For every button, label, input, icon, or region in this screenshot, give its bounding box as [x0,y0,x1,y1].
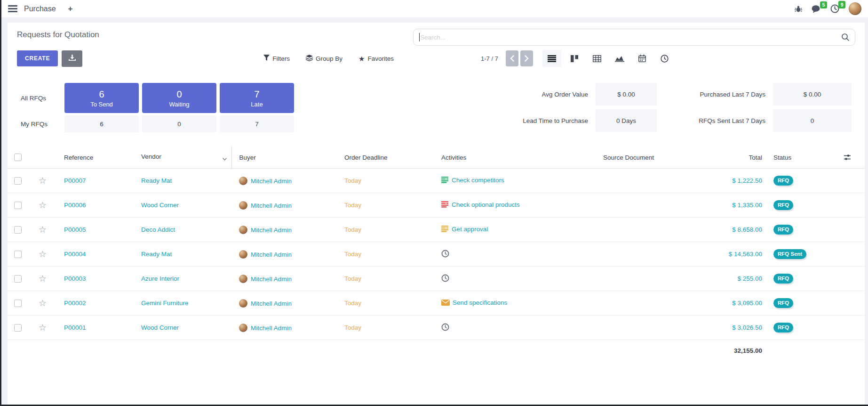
reference-link[interactable]: P00005 [64,226,86,233]
star-icon[interactable]: ☆ [39,323,47,333]
previous-page-button[interactable] [506,50,518,66]
activities-clock-icon[interactable]: 9 [830,4,839,13]
reference-link[interactable]: P00002 [64,300,86,307]
next-page-button[interactable] [520,50,533,66]
star-icon[interactable]: ☆ [39,274,47,284]
activity-label[interactable]: Check competitors [452,177,504,184]
table-row[interactable]: ☆P00007Ready MatMitchell AdminTodayCheck… [8,169,865,193]
header-buyer[interactable]: Buyer [231,146,337,169]
activity-view-button[interactable] [655,50,674,67]
activity-clock-icon[interactable] [441,250,449,259]
row-checkbox[interactable] [14,177,22,185]
kpi-waiting[interactable]: 0 Waiting [142,83,216,113]
header-status[interactable]: Status [766,146,833,169]
header-order-deadline[interactable]: Order Deadline [337,146,434,169]
calendar-view-button[interactable] [633,50,652,67]
kpi-my-to-send[interactable]: 6 [64,115,139,132]
order-deadline-value: Today [344,251,361,258]
graph-view-button[interactable] [610,50,629,67]
status-badge: RFQ [773,176,793,185]
table-row[interactable]: ☆P00001Wood CornerMitchell AdminToday$ 3… [8,316,865,340]
search-input[interactable] [413,29,855,46]
reference-link[interactable]: P00003 [64,275,86,282]
kpi-my-waiting[interactable]: 0 [142,115,216,132]
buyer-link[interactable]: Mitchell Admin [251,251,292,258]
search-icon[interactable] [841,33,850,43]
favorites-button[interactable]: ★ Favorites [358,55,394,62]
menu-hamburger-icon[interactable] [8,5,17,12]
activity-tasks-icon[interactable] [441,177,449,185]
row-checkbox[interactable] [14,202,22,209]
star-filled-icon: ★ [358,55,365,62]
vendor-link[interactable]: Ready Mat [141,177,172,184]
table-row[interactable]: ☆P00003Azure InteriorMitchell AdminToday… [8,267,865,291]
buyer-link[interactable]: Mitchell Admin [251,300,292,307]
header-vendor[interactable]: Vendor [134,146,231,169]
select-all-checkbox[interactable] [14,154,22,161]
table-row[interactable]: ☆P00006Wood CornerMitchell AdminTodayChe… [8,193,865,218]
kpi-late[interactable]: 7 Late [220,83,294,113]
activity-mail-icon[interactable] [441,300,450,307]
reference-link[interactable]: P00004 [64,251,86,258]
activity-tasks-icon[interactable] [441,226,449,234]
activity-label[interactable]: Get approval [452,226,488,233]
table-row[interactable]: ☆P00005Deco AddictMitchell AdminTodayGet… [8,218,865,242]
star-icon[interactable]: ☆ [39,298,47,308]
kpi-to-send[interactable]: 6 To Send [64,83,139,113]
filters-button[interactable]: Filters [263,55,290,62]
table-row[interactable]: ☆P00002Gemini FurnitureMitchell AdminTod… [8,291,865,316]
buyer-link[interactable]: Mitchell Admin [251,227,292,234]
table-footer-row: 32,155.00 [8,340,865,361]
messages-icon[interactable]: 5 [812,5,821,13]
order-deadline-value: Today [344,226,361,233]
kanban-view-button[interactable] [565,50,584,67]
debug-bug-icon[interactable] [795,5,802,13]
star-icon[interactable]: ☆ [39,249,47,259]
buyer-link[interactable]: Mitchell Admin [251,325,292,332]
user-avatar[interactable] [849,2,861,15]
buyer-link[interactable]: Mitchell Admin [251,202,292,209]
activity-clock-icon[interactable] [441,274,449,284]
activity-clock-icon[interactable] [441,323,449,333]
buyer-avatar [239,275,247,283]
list-view-button[interactable] [542,50,561,67]
reference-link[interactable]: P00006 [64,202,86,209]
export-download-button[interactable] [62,50,82,67]
plus-icon[interactable]: + [68,4,73,14]
activity-label[interactable]: Check optional products [452,201,520,208]
pivot-view-button[interactable] [588,50,606,67]
table-row[interactable]: ☆P00004Ready MatMitchell AdminToday$ 14,… [8,242,865,267]
activity-label[interactable]: Send specifications [453,299,507,306]
purchased-last-7-days: $ 0.00 [773,83,852,106]
vendor-link[interactable]: Deco Addict [141,226,175,233]
vendor-link[interactable]: Wood Corner [141,324,179,331]
vendor-link[interactable]: Ready Mat [141,251,172,258]
header-reference[interactable]: Reference [56,146,134,169]
app-name[interactable]: Purchase [24,5,56,13]
create-button[interactable]: CREATE [17,50,58,66]
vendor-link[interactable]: Wood Corner [141,202,179,209]
header-source-document[interactable]: Source Document [544,146,713,169]
star-icon[interactable]: ☆ [39,225,47,235]
vendor-link[interactable]: Azure Interior [141,275,179,282]
reference-link[interactable]: P00007 [64,177,86,184]
row-checkbox[interactable] [14,275,22,283]
row-checkbox[interactable] [14,300,22,307]
kpi-my-late[interactable]: 7 [220,115,294,132]
vendor-link[interactable]: Gemini Furniture [141,300,189,307]
header-total[interactable]: Total [713,146,766,169]
funnel-icon [263,55,270,62]
buyer-link[interactable]: Mitchell Admin [251,178,292,185]
status-badge: RFQ [773,274,793,283]
reference-link[interactable]: P00001 [64,324,86,331]
header-activities[interactable]: Activities [434,146,544,169]
activity-tasks-icon[interactable] [441,201,449,209]
row-checkbox[interactable] [14,324,22,332]
group-by-button[interactable]: Group By [306,55,342,63]
buyer-link[interactable]: Mitchell Admin [251,276,292,283]
row-checkbox[interactable] [14,226,22,234]
star-icon[interactable]: ☆ [39,176,47,186]
star-icon[interactable]: ☆ [39,200,47,210]
row-checkbox[interactable] [14,251,22,258]
optional-columns-icon[interactable] [833,154,865,161]
